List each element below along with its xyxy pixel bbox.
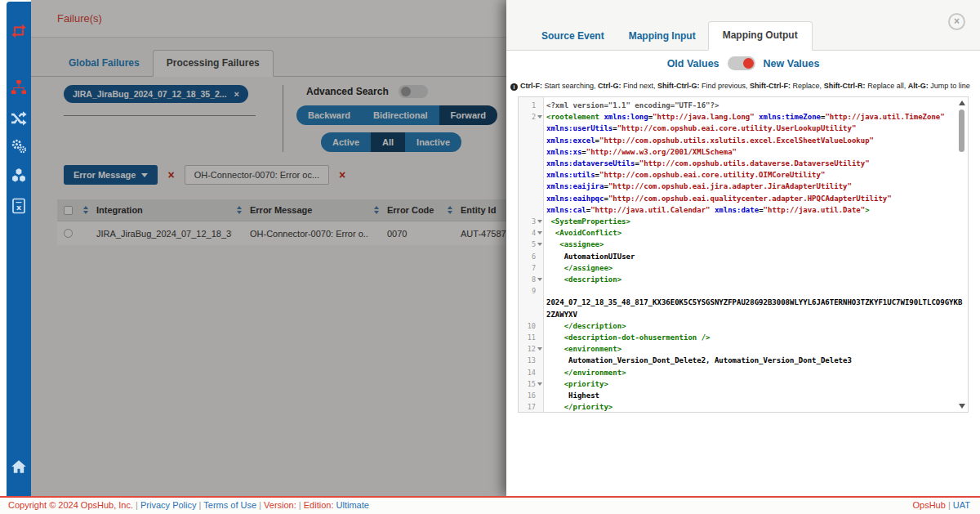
settings-gears-icon[interactable]: [11, 138, 27, 154]
line-number-gutter: 11: [519, 332, 543, 343]
info-icon: i: [510, 83, 518, 91]
footer-link[interactable]: UAT: [953, 500, 970, 510]
line-number-gutter: 17: [519, 401, 543, 413]
footer-text: Copyright © 2024 OpsHub, Inc.: [8, 500, 133, 510]
line-number-gutter: 1: [519, 100, 543, 111]
hint-text: Start searching,: [542, 82, 598, 90]
fold-arrow-icon[interactable]: [537, 231, 542, 235]
fold-arrow-icon[interactable]: [537, 243, 542, 246]
hint-text: Jump to line: [929, 82, 970, 90]
hint-text: Replace,: [791, 82, 824, 90]
line-number-gutter: 6: [519, 251, 543, 262]
code-content: <description>: [543, 274, 964, 285]
panel-tab-bar: Source EventMapping InputMapping Output …: [506, 0, 980, 51]
footer-text: |: [296, 500, 304, 510]
footer-copyright: Copyright © 2024 OpsHub, Inc. | Privacy …: [8, 498, 369, 513]
footer-text: Edition:: [304, 500, 334, 510]
code-content: <priority>: [543, 378, 964, 390]
close-icon[interactable]: ×: [948, 13, 965, 30]
line-number-gutter: 13: [519, 355, 543, 366]
line-number-gutter: 2: [519, 111, 543, 123]
code-content: AutomationUIUser: [543, 251, 964, 262]
hint-text: Find next,: [621, 82, 658, 90]
line-number-gutter: 15: [519, 378, 543, 390]
footer-link[interactable]: Ultimate: [333, 500, 368, 510]
footer-environment: OpsHub | UAT: [912, 498, 970, 513]
values-toggle-row: Old Values New Values: [506, 56, 980, 70]
footer-text: OpsHub: [912, 500, 945, 510]
code-content: Highest: [543, 390, 964, 401]
code-content: <SystemProperties>: [543, 216, 964, 227]
code-line: 5 <assignee>: [519, 239, 968, 250]
code-line: 9 2024_07_12_18_35_48_817_KX36E0K5C5YSGS…: [519, 285, 968, 320]
line-number-gutter: 9: [519, 285, 543, 297]
hint-text: Find previous,: [700, 82, 751, 90]
fold-arrow-icon[interactable]: [537, 382, 542, 386]
home-icon[interactable]: [11, 458, 27, 475]
toggle-knob: [743, 58, 754, 69]
shuffle-mappings-icon[interactable]: [11, 110, 27, 126]
line-number-gutter: 12: [519, 343, 543, 355]
code-line: 12 <environment>: [519, 343, 968, 355]
code-content: <rootelement xmlns:long="http://java.lan…: [543, 111, 964, 216]
code-line: 17 </priority>: [519, 401, 968, 413]
code-line: 4 <AvoidConflict>: [519, 227, 968, 239]
hint-text: Replace all,: [866, 82, 908, 90]
code-content: <AvoidConflict>: [543, 227, 964, 239]
line-number-gutter: 16: [519, 390, 543, 401]
modules-cubes-icon[interactable]: [11, 168, 27, 184]
panel-tab-mapping-output[interactable]: Mapping Output: [708, 21, 813, 51]
old-values-label: Old Values: [667, 58, 719, 69]
code-content: <description-dot-ohusermention />: [543, 332, 964, 343]
code-line: 1<?xml version="1.1" encoding="UTF-16"?>: [519, 100, 968, 111]
code-line: 2<rootelement xmlns:long="http://java.la…: [519, 111, 968, 216]
line-number-gutter: 5: [519, 239, 543, 250]
code-line: 11 <description-dot-ohusermention />: [519, 332, 968, 343]
scrollbar-thumb[interactable]: [959, 110, 964, 152]
panel-tab-source-event[interactable]: Source Event: [529, 23, 617, 51]
xml-code-editor[interactable]: 1<?xml version="1.1" encoding="UTF-16"?>…: [518, 96, 969, 413]
code-content: 2024_07_12_18_35_48_817_KX36E0K5C5YSGSNY…: [543, 285, 964, 320]
code-line: 8 <description>: [519, 274, 968, 285]
editor-scrollbar[interactable]: [958, 101, 966, 409]
line-number-gutter: 7: [519, 262, 543, 274]
footer-text: |: [196, 500, 203, 510]
fold-arrow-icon[interactable]: [537, 220, 542, 223]
panel-tab-mapping-input[interactable]: Mapping Input: [617, 23, 708, 51]
hint-shortcut: Shift-Ctrl-G:: [657, 82, 700, 90]
code-line: 7 </assignee>: [519, 262, 968, 274]
hint-shortcut: Shift-Ctrl-F:: [750, 82, 791, 90]
hint-shortcut: Alt-G:: [908, 82, 929, 90]
integration-tree-icon[interactable]: [11, 79, 27, 96]
line-number-gutter: 3: [519, 216, 543, 227]
code-line: 13 Automation_Version_Dont_Delete2, Auto…: [519, 355, 968, 366]
line-number-gutter: 4: [519, 227, 543, 239]
footer-link[interactable]: Privacy Policy: [140, 500, 196, 510]
code-content: </environment>: [543, 367, 964, 378]
hint-shortcut: Shift-Ctrl-R:: [824, 82, 866, 90]
footer-text: Version:: [264, 500, 296, 510]
fold-arrow-icon[interactable]: [537, 278, 542, 281]
scroll-down-icon[interactable]: [959, 404, 965, 409]
sync-icon[interactable]: [11, 23, 27, 39]
footer-text: |: [256, 500, 264, 510]
footer: Copyright © 2024 OpsHub, Inc. | Privacy …: [0, 496, 980, 514]
editor-search-hint: iCtrl-F: Start searching, Ctrl-G: Find n…: [510, 82, 976, 91]
fold-arrow-icon[interactable]: [537, 115, 542, 118]
scroll-up-icon[interactable]: [959, 101, 965, 105]
code-content: <environment>: [543, 343, 964, 355]
fold-arrow-icon[interactable]: [537, 347, 542, 351]
line-number-gutter: 14: [519, 367, 543, 378]
code-content: <assignee>: [543, 239, 964, 250]
code-line: 15 <priority>: [519, 378, 968, 390]
footer-link[interactable]: Terms of Use: [203, 500, 256, 510]
line-number-gutter: 8: [519, 274, 543, 285]
svg-text:x: x: [16, 203, 21, 212]
line-number-gutter: 10: [519, 320, 543, 332]
old-new-values-toggle[interactable]: [728, 56, 755, 70]
hint-shortcut: Ctrl-G:: [598, 82, 621, 90]
code-line: 10 </description>: [519, 320, 968, 332]
excel-report-icon[interactable]: x: [11, 198, 27, 214]
code-line: 6 AutomationUIUser: [519, 251, 968, 262]
new-values-label: New Values: [764, 58, 820, 69]
